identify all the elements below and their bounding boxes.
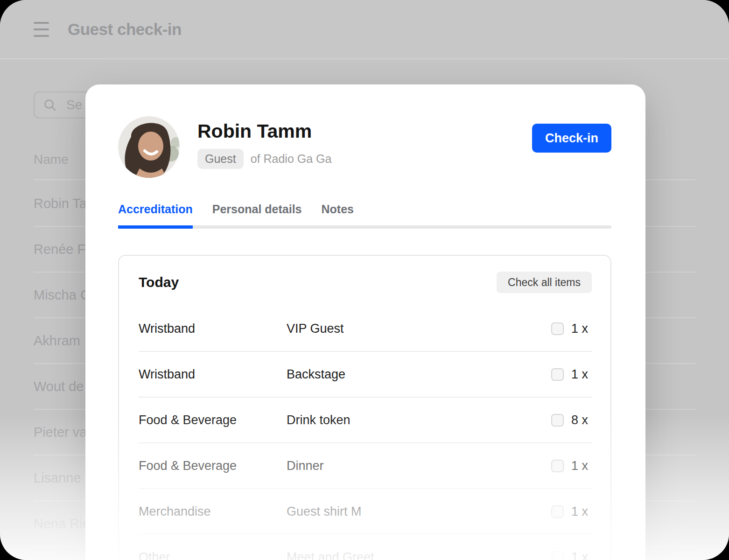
card-title: Today	[139, 274, 179, 290]
item-name: VIP Guest	[287, 322, 551, 336]
item-category: Wristband	[139, 367, 287, 382]
accreditation-item-row: Merchandise Guest shirt M 1 x	[139, 489, 592, 535]
avatar-photo-placeholder	[118, 116, 180, 178]
item-checkbox[interactable]	[551, 414, 564, 427]
screen: Guest check-in Name Robin Ta Renée Fi Mi…	[0, 0, 729, 560]
item-checkbox[interactable]	[551, 551, 564, 560]
check-in-button[interactable]: Check-in	[532, 124, 611, 153]
item-quantity: 1 x	[571, 459, 592, 473]
hamburger-menu-icon[interactable]	[34, 22, 49, 37]
item-quantity-group: 1 x	[551, 550, 592, 560]
guest-subtitle: Guest of Radio Ga Ga	[197, 149, 331, 169]
item-quantity: 1 x	[571, 367, 592, 382]
tab-accreditation[interactable]: Accreditation	[118, 203, 193, 216]
item-name: Drink token	[287, 413, 551, 427]
item-quantity: 1 x	[571, 322, 592, 336]
item-category: Merchandise	[139, 504, 287, 519]
guest-type-badge: Guest	[197, 149, 244, 169]
item-quantity-group: 8 x	[551, 413, 592, 427]
item-quantity-group: 1 x	[551, 322, 592, 336]
modal-header: Robin Tamm Guest of Radio Ga Ga Check-in	[118, 116, 611, 178]
item-quantity: 1 x	[571, 550, 592, 560]
item-name: Guest shirt M	[287, 504, 551, 519]
guest-avatar	[118, 116, 180, 178]
item-checkbox[interactable]	[551, 505, 564, 518]
item-checkbox[interactable]	[551, 368, 564, 381]
tab-track	[118, 225, 611, 229]
page-title: Guest check-in	[68, 20, 182, 39]
item-name: Dinner	[287, 459, 551, 473]
check-all-items-button[interactable]: Check all items	[497, 272, 592, 293]
search-icon	[43, 98, 57, 112]
item-category: Wristband	[139, 322, 287, 336]
item-quantity: 1 x	[571, 504, 592, 519]
app-header: Guest check-in	[0, 0, 729, 59]
guest-identity: Robin Tamm Guest of Radio Ga Ga	[197, 116, 331, 169]
tab-personal-details[interactable]: Personal details	[212, 203, 302, 216]
tab-notes[interactable]: Notes	[322, 203, 354, 216]
item-checkbox[interactable]	[551, 460, 564, 472]
item-quantity: 8 x	[571, 413, 592, 427]
accreditation-item-row: Food & Beverage Drink token 8 x	[139, 398, 592, 443]
guest-name: Robin Tamm	[197, 121, 331, 142]
accreditation-item-row: Wristband Backstage 1 x	[139, 352, 592, 398]
item-quantity-group: 1 x	[551, 459, 592, 473]
today-card: Today Check all items Wristband VIP Gues…	[118, 255, 611, 560]
item-category: Food & Beverage	[139, 459, 287, 473]
active-tab-indicator	[118, 225, 193, 229]
today-card-header: Today Check all items	[139, 272, 592, 293]
accreditation-item-row: Other Meet and Greet 1 x	[139, 535, 592, 560]
item-name: Meet and Greet	[287, 550, 551, 560]
item-quantity-group: 1 x	[551, 367, 592, 382]
item-category: Other	[139, 550, 287, 560]
tab-bar: Accreditation Personal details Notes	[118, 203, 611, 216]
accreditation-items: Wristband VIP Guest 1 x Wristband Backst…	[139, 306, 592, 560]
item-name: Backstage	[287, 367, 551, 382]
accreditation-item-row: Wristband VIP Guest 1 x	[139, 306, 592, 352]
item-checkbox[interactable]	[551, 322, 564, 335]
item-category: Food & Beverage	[139, 413, 287, 427]
accreditation-item-row: Food & Beverage Dinner 1 x	[139, 443, 592, 489]
guest-affiliation: of Radio Ga Ga	[251, 152, 332, 166]
item-quantity-group: 1 x	[551, 504, 592, 519]
guest-detail-modal: Robin Tamm Guest of Radio Ga Ga Check-in…	[85, 84, 645, 560]
